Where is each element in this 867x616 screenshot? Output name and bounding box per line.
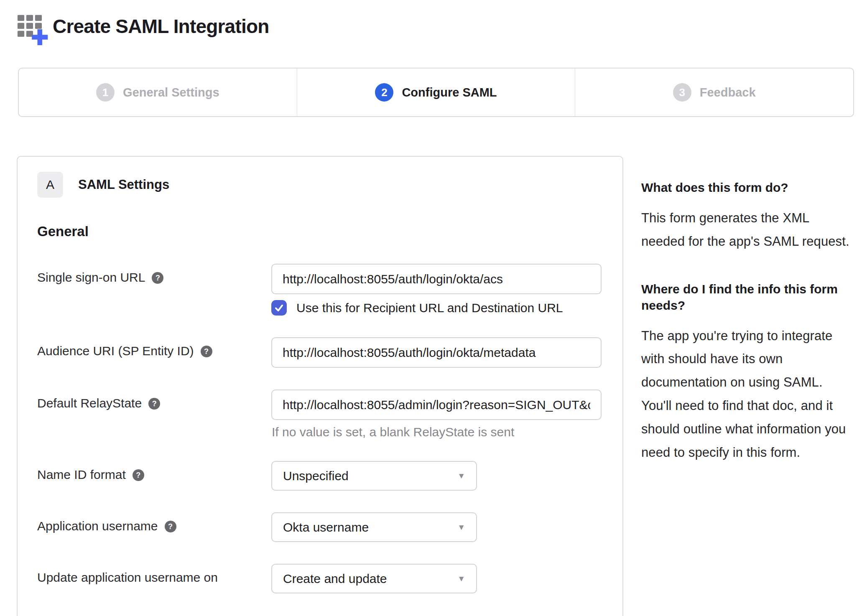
page-title: Create SAML Integration — [53, 15, 269, 38]
audience-label-cell: Audience URI (SP Entity ID) ? — [37, 337, 271, 368]
help-body: The app you're trying to integrate with … — [641, 324, 854, 464]
update-application-username-value: Create and update — [283, 572, 387, 586]
step-1-label: General Settings — [123, 86, 219, 99]
updateusername-control-cell: Create and update ▼ — [271, 564, 602, 593]
step-feedback[interactable]: 3 Feedback — [575, 69, 853, 116]
update-application-username-select[interactable]: Create and update ▼ — [271, 564, 477, 593]
step-3-label: Feedback — [700, 86, 756, 99]
nameid-control-cell: Unspecified ▼ — [271, 461, 602, 491]
name-id-format-select[interactable]: Unspecified ▼ — [271, 461, 477, 491]
row-update-application-username: Update application username on Create an… — [37, 564, 602, 593]
help-sidebar: What does this form do? This form genera… — [641, 156, 854, 491]
step-3-circle: 3 — [673, 83, 691, 102]
create-saml-page: Create SAML Integration 1 General Settin… — [0, 0, 867, 616]
step-1-circle: 1 — [96, 83, 115, 102]
main-area: A SAML Settings General Single sign-on U… — [17, 156, 854, 616]
relaystate-control-cell: If no value is set, a blank RelayState i… — [271, 389, 602, 439]
help-section-what: What does this form do? This form genera… — [641, 179, 854, 253]
name-id-format-label: Name ID format — [37, 468, 126, 482]
chevron-down-icon: ▼ — [457, 574, 465, 583]
sso-control-cell: Use this for Recipient URL and Destinati… — [271, 264, 602, 316]
step-2-label: Configure SAML — [402, 86, 497, 99]
page-header: Create SAML Integration — [17, 11, 854, 47]
relaystate-input[interactable] — [271, 389, 602, 420]
saml-settings-panel: A SAML Settings General Single sign-on U… — [17, 156, 623, 616]
grid-plus-icon — [17, 12, 50, 47]
nameid-label-cell: Name ID format ? — [37, 461, 271, 491]
general-group-title: General — [37, 224, 602, 239]
audience-uri-label: Audience URI (SP Entity ID) — [37, 344, 194, 358]
row-default-relaystate: Default RelayState ? If no value is set,… — [37, 389, 602, 439]
recipient-destination-checkbox-label[interactable]: Use this for Recipient URL and Destinati… — [296, 301, 563, 315]
audience-uri-input[interactable] — [271, 337, 602, 368]
appusername-control-cell: Okta username ▼ — [271, 512, 602, 542]
row-audience-uri: Audience URI (SP Entity ID) ? — [37, 337, 602, 368]
application-username-label: Application username — [37, 519, 158, 533]
help-body: This form generates the XML needed for t… — [641, 206, 854, 253]
chevron-down-icon: ▼ — [457, 523, 465, 532]
step-2-circle: 2 — [375, 83, 393, 102]
application-username-select[interactable]: Okta username ▼ — [271, 512, 477, 542]
application-username-help-icon[interactable]: ? — [165, 521, 176, 532]
relaystate-label-cell: Default RelayState ? — [37, 389, 271, 439]
section-a-badge: A — [37, 172, 63, 198]
sso-url-input[interactable] — [271, 264, 602, 294]
row-application-username: Application username ? Okta username ▼ — [37, 512, 602, 542]
row-single-sign-on-url: Single sign-on URL ? Use this for Recipi… — [37, 264, 602, 316]
chevron-down-icon: ▼ — [457, 471, 465, 481]
section-header: A SAML Settings — [37, 172, 602, 198]
application-username-value: Okta username — [283, 520, 369, 535]
step-wizard: 1 General Settings 2 Configure SAML 3 Fe… — [18, 68, 854, 117]
help-section-where: Where do I find the info this form needs… — [641, 281, 854, 464]
step-general-settings[interactable]: 1 General Settings — [19, 69, 297, 116]
relaystate-helper-text: If no value is set, a blank RelayState i… — [271, 425, 602, 439]
audience-uri-help-icon[interactable]: ? — [201, 346, 212, 357]
section-title: SAML Settings — [78, 177, 169, 192]
sso-label-cell: Single sign-on URL ? — [37, 264, 271, 316]
sso-url-label: Single sign-on URL — [37, 270, 145, 285]
row-name-id-format: Name ID format ? Unspecified ▼ — [37, 461, 602, 491]
sso-checkbox-row: Use this for Recipient URL and Destinati… — [271, 300, 602, 316]
recipient-destination-checkbox[interactable] — [271, 300, 287, 316]
name-id-format-help-icon[interactable]: ? — [133, 469, 144, 481]
help-heading: Where do I find the info this form needs… — [641, 281, 854, 313]
updateusername-label-cell: Update application username on — [37, 564, 271, 593]
help-heading: What does this form do? — [641, 179, 854, 196]
sso-url-help-icon[interactable]: ? — [152, 272, 163, 284]
relaystate-label: Default RelayState — [37, 396, 142, 410]
relaystate-help-icon[interactable]: ? — [148, 398, 160, 410]
update-application-username-label: Update application username on — [37, 570, 218, 585]
step-configure-saml[interactable]: 2 Configure SAML — [297, 69, 576, 116]
name-id-format-value: Unspecified — [283, 469, 349, 483]
audience-control-cell — [271, 337, 602, 368]
appusername-label-cell: Application username ? — [37, 512, 271, 542]
saml-form: Single sign-on URL ? Use this for Recipi… — [37, 264, 602, 593]
